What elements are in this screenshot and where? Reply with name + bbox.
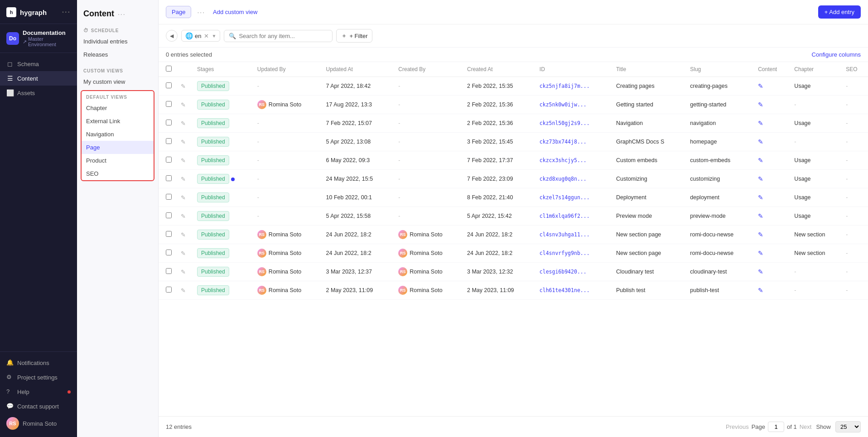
row-checkbox[interactable] (166, 250, 172, 255)
row-content-cell[interactable]: ✎ (753, 96, 790, 114)
my-custom-view-item[interactable]: My custom view (77, 75, 158, 88)
content-edit-icon[interactable]: ✎ (758, 287, 763, 294)
edit-icon[interactable]: ✎ (181, 287, 186, 294)
edit-icon[interactable]: ✎ (181, 139, 186, 145)
row-checkbox[interactable] (166, 82, 172, 88)
content-edit-icon[interactable]: ✎ (758, 138, 763, 145)
row-checkbox[interactable] (166, 212, 172, 218)
row-id-cell[interactable]: cl4snvrfyg9nb... (535, 244, 612, 263)
sidebar-item-content[interactable]: ☰ Content (0, 71, 77, 86)
external-link-item[interactable]: External Link (82, 115, 154, 128)
edit-icon[interactable]: ✎ (181, 194, 186, 201)
edit-icon[interactable]: ✎ (181, 157, 186, 164)
search-input[interactable] (239, 33, 328, 39)
row-checkbox[interactable] (166, 287, 172, 293)
edit-icon[interactable]: ✎ (181, 176, 186, 182)
content-edit-icon[interactable]: ✎ (758, 231, 763, 238)
app-dots[interactable]: ··· (62, 8, 71, 16)
row-id-cell[interactable]: ckzel7s14ggun... (535, 188, 612, 207)
edit-icon[interactable]: ✎ (181, 213, 186, 220)
select-all-checkbox[interactable] (166, 66, 172, 72)
product-item[interactable]: Product (82, 154, 154, 167)
edit-icon[interactable]: ✎ (181, 101, 186, 108)
row-content-cell[interactable]: ✎ (753, 170, 790, 188)
project-settings-item[interactable]: ⚙ Project settings (0, 370, 77, 384)
row-content-cell[interactable]: ✎ (753, 244, 790, 263)
edit-icon[interactable]: ✎ (181, 269, 186, 275)
row-checkbox[interactable] (166, 157, 172, 163)
row-id-cell[interactable]: ckzd8xug0q8n... (535, 170, 612, 188)
row-content-cell[interactable]: ✎ (753, 151, 790, 170)
lang-remove-icon[interactable]: ✕ (203, 33, 210, 39)
content-edit-icon[interactable]: ✎ (758, 120, 763, 127)
row-id-cell[interactable]: ckz5nk0w0ijw... (535, 96, 612, 114)
middle-dots[interactable]: ··· (118, 10, 126, 18)
notifications-item[interactable]: 🔔 Notifications (0, 355, 77, 370)
configure-columns-link[interactable]: Configure columns (812, 51, 861, 58)
project-section[interactable]: Do Documentation ↗ Master Environment (0, 24, 77, 53)
row-content-cell[interactable]: ✎ (753, 207, 790, 226)
row-checkbox[interactable] (166, 268, 172, 274)
content-edit-icon[interactable]: ✎ (758, 82, 763, 90)
content-edit-icon[interactable]: ✎ (758, 268, 763, 275)
row-id-cell[interactable]: ckz5njfa8ij7m... (535, 77, 612, 96)
row-checkbox[interactable] (166, 194, 172, 200)
lang-chevron-icon[interactable]: ▼ (212, 34, 216, 38)
row-checkbox[interactable] (166, 101, 172, 107)
row-content-cell[interactable]: ✎ (753, 114, 790, 133)
row-checkbox[interactable] (166, 120, 172, 125)
row-checkbox[interactable] (166, 175, 172, 181)
app-logo[interactable]: h hygraph ··· (0, 0, 77, 24)
row-id-cell[interactable]: cl4snv3uhga11... (535, 226, 612, 244)
add-entry-button[interactable]: + Add entry (818, 5, 861, 19)
page-tab[interactable]: Page (166, 6, 191, 18)
row-content-cell[interactable]: ✎ (753, 133, 790, 151)
row-id-cell[interactable]: ckzcx3shcjy5... (535, 151, 612, 170)
row-id-cell[interactable]: ckz5nl50gj2s9... (535, 114, 612, 133)
help-item[interactable]: ? Help (0, 384, 77, 399)
row-content-cell[interactable]: ✎ (753, 226, 790, 244)
add-custom-view-link[interactable]: Add custom view (211, 6, 259, 18)
row-id-cell[interactable]: cl1m6xlqa96f2... (535, 207, 612, 226)
content-edit-icon[interactable]: ✎ (758, 175, 763, 182)
next-button[interactable]: Next (800, 423, 812, 430)
content-edit-icon[interactable]: ✎ (758, 212, 763, 220)
content-edit-icon[interactable]: ✎ (758, 194, 763, 201)
row-content-cell[interactable]: ✎ (753, 281, 790, 300)
individual-entries-item[interactable]: Individual entries (77, 35, 158, 48)
row-id-cell[interactable]: clesgi6b9420... (535, 263, 612, 281)
user-profile[interactable]: RS Romina Soto (0, 413, 77, 433)
contact-support-item[interactable]: 💬 Contact support (0, 399, 77, 413)
filter-button[interactable]: ＋ + Filter (336, 29, 372, 43)
collapse-button[interactable]: ◀ (166, 30, 178, 42)
show-select[interactable]: 25 50 100 (835, 421, 861, 432)
row-checkbox[interactable] (166, 138, 172, 144)
sidebar-item-schema[interactable]: ◻ Schema (0, 57, 77, 71)
row-content-cell[interactable]: ✎ (753, 77, 790, 96)
language-selector[interactable]: 🌐 en ✕ ▼ (181, 30, 220, 42)
edit-icon[interactable]: ✎ (181, 83, 186, 90)
row-id-cell[interactable]: ckz73bx744j8... (535, 133, 612, 151)
previous-button[interactable]: Previous (726, 423, 749, 430)
page-input[interactable] (768, 422, 784, 432)
edit-icon[interactable]: ✎ (181, 120, 186, 127)
more-tabs-btn[interactable]: ··· (195, 6, 207, 18)
row-checkbox[interactable] (166, 231, 172, 237)
releases-item[interactable]: Releases (77, 48, 158, 61)
row-content-cell[interactable]: ✎ (753, 263, 790, 281)
seo-item[interactable]: SEO (82, 167, 154, 180)
navigation-item[interactable]: Navigation (82, 128, 154, 141)
edit-icon[interactable]: ✎ (181, 231, 186, 238)
content-edit-icon[interactable]: ✎ (758, 250, 763, 257)
left-sidebar: h hygraph ··· Do Documentation ↗ Master … (0, 0, 77, 437)
schedule-section: ⏱ SCHEDULE Individual entries Releases (77, 24, 158, 65)
row-edit-cell: ✎ (176, 244, 193, 263)
page-item[interactable]: Page (82, 141, 154, 154)
edit-icon[interactable]: ✎ (181, 250, 186, 257)
chapter-item[interactable]: Chapter (82, 101, 154, 115)
content-edit-icon[interactable]: ✎ (758, 157, 763, 164)
content-edit-icon[interactable]: ✎ (758, 101, 763, 108)
sidebar-item-assets[interactable]: ⬜ Assets (0, 86, 77, 100)
row-content-cell[interactable]: ✎ (753, 188, 790, 207)
row-id-cell[interactable]: clh61te4301ne... (535, 281, 612, 300)
